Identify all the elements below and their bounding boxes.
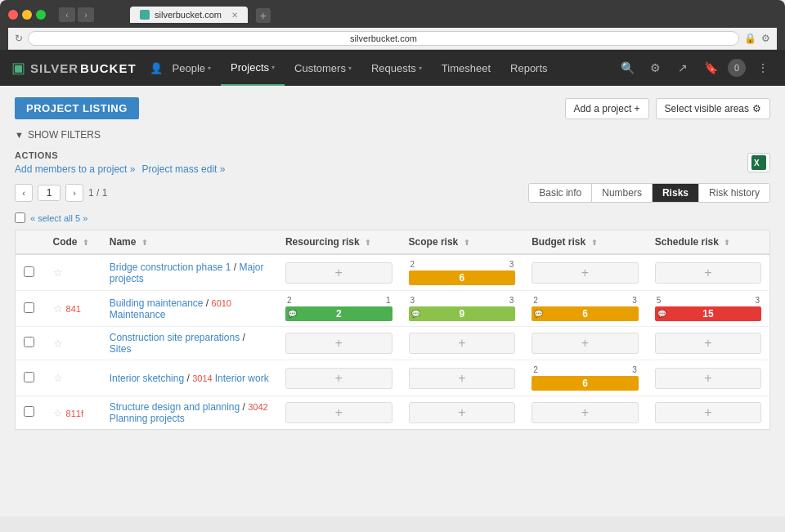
add-risk-button[interactable]: + [655,368,761,389]
pagination: ‹ 1 › 1 / 1 [15,184,107,202]
project-name-link[interactable]: Structure design and planning [110,401,240,413]
search-icon[interactable]: 🔍 [617,57,638,78]
table-row: ☆Construction site preparations / Sites+… [16,327,770,360]
project-code: 811f [66,409,83,418]
risk-cell: + [523,327,647,360]
next-page-button[interactable]: › [65,184,83,202]
add-risk-button[interactable]: + [285,262,392,284]
tab-risk-history[interactable]: Risk history [699,184,769,202]
project-name-link[interactable]: Bridge construction phase 1 [110,262,231,273]
maximize-traffic-light[interactable] [36,10,46,20]
add-risk-button[interactable]: + [285,402,392,423]
star-icon[interactable]: ☆ [53,372,63,384]
project-name-cell: Structure design and planning / 3042 Pla… [101,396,277,430]
category-link[interactable]: Maintenance [110,309,166,320]
chevron-down-icon: ▾ [419,65,422,72]
svg-text:X: X [754,159,760,168]
external-link-icon[interactable]: ↗ [672,57,693,78]
back-button[interactable]: ‹ [59,7,75,22]
add-members-link[interactable]: Add members to a project » [15,163,135,175]
add-risk-button[interactable]: + [532,402,639,423]
tab-risks[interactable]: Risks [653,184,699,202]
row-checkbox[interactable] [24,372,34,382]
risk-cell: + [277,254,401,291]
settings-gear-icon[interactable]: ⚙ [644,57,666,78]
table-row: ☆Interior sketching / 3014 Interior work… [16,360,770,396]
settings-icon[interactable]: ⚙ [761,33,770,44]
prev-page-button[interactable]: ‹ [15,184,33,202]
chat-icon: 💬 [534,310,543,318]
add-risk-button[interactable]: + [409,402,516,423]
add-risk-button[interactable]: + [655,262,761,284]
project-code-cell: ☆ [45,254,101,291]
bookmark-icon[interactable]: 🔖 [700,57,721,78]
logo-icon: ▣ [11,59,25,77]
tab-favicon [140,10,150,20]
select-all-checkbox[interactable] [15,212,25,223]
gear-icon: ⚙ [752,103,761,114]
col-header-resourcing: Resourcing risk ⬆ [277,230,401,255]
add-risk-button[interactable]: + [285,368,392,389]
chat-icon: 💬 [657,310,666,318]
excel-export-button[interactable]: X [747,153,770,172]
minimize-traffic-light[interactable] [22,10,32,20]
close-traffic-light[interactable] [8,10,18,20]
select-all-link[interactable]: « select all 5 » [30,213,87,223]
row-checkbox[interactable] [24,266,34,277]
risk-cell: + [523,396,647,430]
star-icon[interactable]: ☆ [53,338,63,350]
nav-item-people[interactable]: People ▾ [163,50,221,86]
category-link[interactable]: Interior work [215,373,269,384]
project-name-link[interactable]: Building maintenance [110,297,204,309]
star-icon[interactable]: ☆ [53,266,63,279]
nav-item-customers[interactable]: Customers ▾ [285,50,361,86]
add-risk-button[interactable]: + [285,333,392,354]
row-checkbox[interactable] [24,406,34,417]
add-risk-button[interactable]: + [532,262,639,284]
nav-item-requests[interactable]: Requests ▾ [361,50,432,86]
star-icon[interactable]: ☆ [53,302,63,315]
add-risk-button[interactable]: + [409,333,516,354]
nav-item-reports[interactable]: Reports [500,50,558,86]
project-name-link[interactable]: Interior sketching [110,373,184,384]
current-page[interactable]: 1 [38,185,61,201]
nav-item-timesheet[interactable]: Timesheet [432,50,500,86]
risk-bar: 💬2 [285,306,392,321]
add-risk-button[interactable]: + [532,333,639,354]
row-checkbox[interactable] [24,337,34,347]
traffic-lights [8,10,46,20]
browser-tab[interactable]: silverbucket.com ✕ [130,7,248,23]
avatar[interactable]: 0 [728,59,746,77]
person-icon[interactable]: 👤 [150,62,163,74]
excel-icon: X [751,155,766,170]
category-code: 3042 [248,402,267,412]
add-project-button[interactable]: Add a project + [565,98,649,119]
new-tab-button[interactable]: + [256,8,271,23]
tab-numbers[interactable]: Numbers [592,184,653,202]
add-risk-button[interactable]: + [409,368,516,389]
add-risk-button[interactable]: + [655,333,761,354]
mass-edit-link[interactable]: Project mass edit » [141,163,225,175]
col-header-schedule: Schedule risk ⬆ [647,230,770,255]
browser-chrome: ‹ › silverbucket.com ✕ + ↻ silverbucket.… [0,0,785,50]
more-menu-icon[interactable]: ⋮ [752,57,774,78]
select-all-row: « select all 5 » [15,209,770,226]
app-container: ▣ SILVERBUCKET 👤 People ▾ Projects ▾ Cus… [0,50,785,516]
show-filters-button[interactable]: ▼ SHOW FILTERS [15,129,101,141]
reload-icon[interactable]: ↻ [15,33,23,44]
table-row: ☆Bridge construction phase 1 / Major pro… [16,254,770,291]
nav-item-projects[interactable]: Projects ▾ [221,50,285,86]
category-link[interactable]: Sites [110,343,132,355]
select-visible-areas-button[interactable]: Select visible areas ⚙ [656,98,770,119]
risk-cell: 236 [401,254,524,291]
project-code-cell: ☆ [45,327,101,360]
forward-button[interactable]: › [78,7,94,22]
category-link[interactable]: Planning projects [110,413,185,424]
add-risk-button[interactable]: + [655,402,761,423]
project-name-link[interactable]: Construction site preparations [110,332,240,343]
address-bar[interactable]: silverbucket.com [28,31,739,46]
star-icon[interactable]: ☆ [53,407,63,419]
row-checkbox[interactable] [24,302,34,313]
risk-cell: + [647,396,770,430]
tab-basic-info[interactable]: Basic info [529,184,592,202]
